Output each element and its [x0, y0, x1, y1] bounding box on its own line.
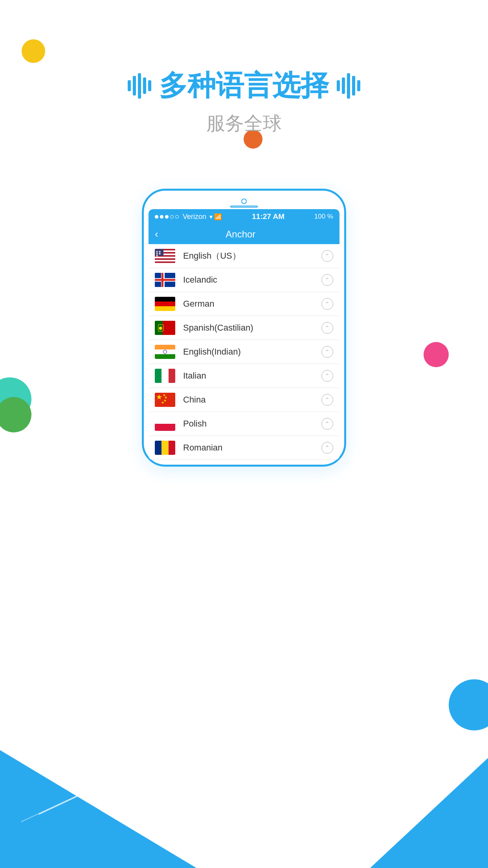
signal-dot-3: [165, 215, 169, 219]
lang-item-china[interactable]: ★ ★ ★ ★ ★ China ⌃: [149, 388, 339, 412]
wifi-icon: ▾ 📶: [209, 213, 222, 221]
bar4: [143, 77, 146, 94]
lang-item-english-us[interactable]: ★★ ★★ ★ English（US） ⌃: [149, 244, 339, 268]
flag-ro: [155, 441, 175, 455]
lang-item-german[interactable]: German ⌃: [149, 292, 339, 316]
bar8: [347, 73, 350, 99]
flag-de: [155, 297, 175, 311]
lang-name-polish: Polish: [183, 419, 321, 429]
lang-name-english-us: English（US）: [183, 250, 321, 262]
signal-dot-5: [175, 215, 179, 219]
status-left: Verizon ▾ 📶: [155, 213, 222, 221]
lang-item-polish[interactable]: Polish ⌃: [149, 412, 339, 436]
chevron-icelandic[interactable]: ⌃: [321, 274, 333, 286]
dot-green-decoration: [0, 397, 31, 432]
lang-item-spanish[interactable]: ⬤ Spanish(Castilian) ⌃: [149, 316, 339, 340]
signal-dot-2: [160, 215, 163, 219]
phone-camera: [241, 199, 247, 204]
back-button[interactable]: ‹: [155, 228, 158, 240]
signal-dot-1: [155, 215, 158, 219]
lang-name-german: German: [183, 299, 321, 309]
chevron-spanish[interactable]: ⌃: [321, 322, 333, 334]
flag-it: [155, 369, 175, 383]
phone-top-bar: [149, 195, 339, 209]
nav-title: Anchor: [158, 229, 323, 240]
header-area: 多种语言选择 服务全球: [0, 67, 488, 136]
flag-pl: [155, 417, 175, 431]
flag-in: [155, 345, 175, 359]
chevron-german[interactable]: ⌃: [321, 298, 333, 310]
phone-speaker: [230, 206, 258, 208]
dot-blue-decoration: [449, 679, 488, 730]
dot-pink-decoration: [424, 342, 449, 367]
bg-line-1: [39, 747, 182, 815]
chevron-english-indian[interactable]: ⌃: [321, 346, 333, 358]
bar3: [138, 73, 141, 99]
language-list: ★★ ★★ ★ English（US） ⌃: [149, 244, 339, 460]
lang-item-italian[interactable]: Italian ⌃: [149, 364, 339, 388]
lang-name-romanian: Romanian: [183, 443, 321, 453]
chevron-china[interactable]: ⌃: [321, 394, 333, 406]
flag-us: ★★ ★★ ★: [155, 249, 175, 263]
chevron-english-us[interactable]: ⌃: [321, 250, 333, 262]
bar9: [352, 76, 355, 96]
phone-screen: Verizon ▾ 📶 11:27 AM 100 % ‹ Anchor: [149, 209, 339, 460]
header-main-text: 多种语言选择: [159, 67, 329, 105]
lang-name-spanish: Spanish(Castilian): [183, 323, 321, 333]
lang-name-icelandic: Icelandic: [183, 275, 321, 285]
bg-shape-right: [370, 711, 488, 868]
wave-right: [337, 73, 360, 99]
bar6: [337, 80, 340, 91]
header-title: 多种语言选择: [0, 67, 488, 105]
status-battery: 100 %: [314, 213, 333, 221]
chevron-romanian[interactable]: ⌃: [321, 442, 333, 454]
chevron-italian[interactable]: ⌃: [321, 370, 333, 382]
phone-outer: Verizon ▾ 📶 11:27 AM 100 % ‹ Anchor: [142, 189, 346, 467]
lang-item-icelandic[interactable]: Icelandic ⌃: [149, 268, 339, 292]
status-bar: Verizon ▾ 📶 11:27 AM 100 %: [149, 209, 339, 224]
flag-spanish: ⬤: [155, 321, 175, 335]
lang-name-english-indian: English(Indian): [183, 347, 321, 357]
flag-is: [155, 273, 175, 287]
flag-cn: ★ ★ ★ ★ ★: [155, 393, 175, 407]
chevron-polish[interactable]: ⌃: [321, 418, 333, 430]
bar10: [357, 80, 360, 91]
header-subtitle: 服务全球: [0, 111, 488, 136]
bg-shape-left: [0, 671, 196, 868]
bar1: [128, 80, 131, 91]
lang-item-english-indian[interactable]: English(Indian) ⌃: [149, 340, 339, 364]
wave-left: [128, 73, 151, 99]
bar5: [148, 80, 151, 91]
nav-bar: ‹ Anchor: [149, 224, 339, 244]
lang-name-italian: Italian: [183, 371, 321, 381]
signal-dot-4: [170, 215, 174, 219]
phone-mockup: Verizon ▾ 📶 11:27 AM 100 % ‹ Anchor: [142, 189, 346, 467]
lang-item-romanian[interactable]: Romanian ⌃: [149, 436, 339, 460]
lang-name-china: China: [183, 395, 321, 405]
status-time: 11:27 AM: [252, 212, 284, 221]
bar2: [133, 76, 136, 96]
bar7: [342, 77, 345, 94]
carrier-text: Verizon: [183, 213, 206, 221]
dot-yellow-decoration: [22, 39, 45, 63]
